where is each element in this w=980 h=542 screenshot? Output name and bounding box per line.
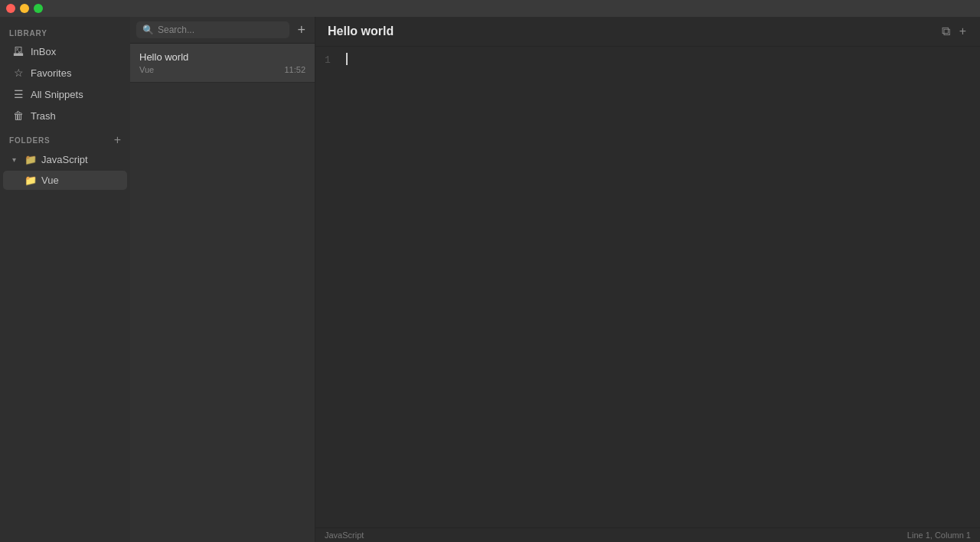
favorites-icon: ☆ — [12, 67, 24, 79]
search-box: 🔍 — [136, 21, 289, 38]
sidebar-item-label-trash: Trash — [31, 110, 56, 122]
sidebar-item-favorites[interactable]: ☆ Favorites — [3, 63, 127, 83]
editor-toolbar: ⧉ + — [940, 23, 968, 40]
search-icon: 🔍 — [142, 24, 154, 35]
chevron-down-icon: ▾ — [12, 155, 20, 164]
folder-item-javascript[interactable]: ▾ 📁 JavaScript — [3, 150, 127, 169]
snippet-meta: Vue 11:52 — [139, 65, 305, 74]
snippet-list: 🔍 + Hello world Vue 11:52 — [130, 17, 315, 542]
sidebar-item-label-inbox: InBox — [31, 46, 56, 57]
search-input[interactable] — [158, 24, 283, 35]
sidebar-item-trash[interactable]: 🗑 Trash — [3, 106, 127, 126]
folder-icon: 📁 — [24, 154, 37, 165]
snippet-time: 11:52 — [284, 65, 305, 74]
add-icon[interactable]: + — [958, 23, 968, 40]
editor-title: Hello world — [328, 24, 394, 38]
subfolder-icon: 📁 — [24, 175, 37, 186]
folders-label: FOLDERS — [9, 136, 50, 145]
editor-content: 1 — [315, 47, 980, 527]
editor-area: Hello world ⧉ + 1 JavaScript Line 1, Col… — [315, 17, 980, 542]
add-snippet-button[interactable]: + — [294, 21, 309, 38]
trash-icon: 🗑 — [12, 109, 24, 122]
traffic-lights — [6, 4, 43, 13]
snippet-item-hello-world[interactable]: Hello world Vue 11:52 — [130, 44, 315, 83]
code-area[interactable] — [340, 53, 980, 521]
minimize-button[interactable] — [20, 4, 29, 13]
subfolder-item-vue[interactable]: 📁 Vue — [3, 171, 127, 190]
sidebar-item-label-all-snippets: All Snippets — [31, 89, 83, 100]
line-numbers: 1 — [315, 53, 340, 521]
maximize-button[interactable] — [34, 4, 43, 13]
close-button[interactable] — [6, 4, 15, 13]
snippet-folder: Vue — [139, 65, 154, 74]
folders-header: FOLDERS + — [0, 126, 130, 149]
sidebar-item-inbox[interactable]: 🗳 InBox — [3, 41, 127, 61]
title-bar — [0, 0, 980, 17]
footer-position: Line 1, Column 1 — [907, 531, 971, 540]
line-number-1: 1 — [325, 53, 331, 69]
subfolder-label-vue: Vue — [41, 175, 59, 186]
sidebar: LIBRARY 🗳 InBox ☆ Favorites ☰ All Snippe… — [0, 17, 130, 542]
add-folder-button[interactable]: + — [114, 134, 121, 146]
sidebar-item-label-favorites: Favorites — [31, 67, 71, 79]
inbox-icon: 🗳 — [12, 45, 24, 57]
snippet-title: Hello world — [139, 51, 305, 63]
folder-label-javascript: JavaScript — [41, 154, 88, 165]
main-layout: LIBRARY 🗳 InBox ☆ Favorites ☰ All Snippe… — [0, 17, 980, 542]
copy-icon[interactable]: ⧉ — [940, 23, 952, 40]
library-label: LIBRARY — [0, 23, 130, 41]
footer-language: JavaScript — [325, 531, 364, 540]
all-snippets-icon: ☰ — [12, 88, 24, 100]
editor-footer: JavaScript Line 1, Column 1 — [315, 527, 980, 542]
cursor-line — [346, 53, 974, 65]
sidebar-item-all-snippets[interactable]: ☰ All Snippets — [3, 84, 127, 104]
snippet-list-header: 🔍 + — [130, 17, 315, 44]
editor-header: Hello world ⧉ + — [315, 17, 980, 47]
text-cursor — [346, 53, 348, 65]
